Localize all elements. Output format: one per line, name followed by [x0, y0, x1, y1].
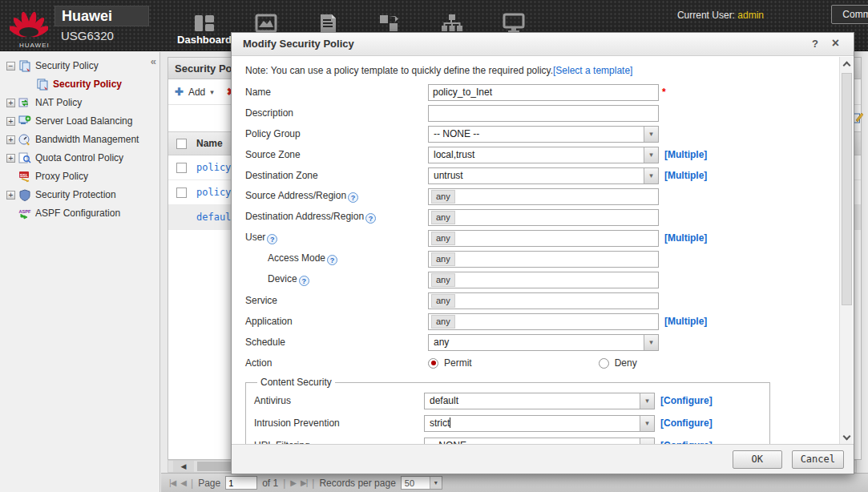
- huawei-logo-caption: HUAWEI: [19, 42, 50, 49]
- service-input[interactable]: any: [428, 292, 659, 309]
- sidebar-item-label: Quota Control Policy: [35, 152, 123, 163]
- help-icon[interactable]: ?: [327, 255, 337, 265]
- dropdown-arrow-icon[interactable]: ▾: [640, 416, 654, 431]
- application-multiple-link[interactable]: [Multiple]: [664, 316, 707, 327]
- description-row: Description: [245, 103, 830, 123]
- intrusion-prevention-configure-link[interactable]: [Configure]: [660, 417, 713, 429]
- device-input[interactable]: any: [428, 272, 659, 288]
- url-filtering-select[interactable]: -- NONE -- ▾: [424, 438, 655, 445]
- sidebar-item-server-load-balancing[interactable]: +Server Load Balancing: [0, 112, 159, 131]
- user-input[interactable]: any: [428, 230, 659, 247]
- scroll-down-icon[interactable]: [840, 430, 854, 445]
- next-page-icon[interactable]: ▶: [290, 478, 296, 487]
- last-page-icon[interactable]: ▶|: [301, 478, 307, 487]
- cancel-button[interactable]: Cancel: [792, 450, 844, 469]
- intrusion-prevention-select[interactable]: strict ▾: [424, 415, 655, 432]
- huawei-logo: [10, 5, 48, 46]
- ok-button[interactable]: OK: [733, 450, 782, 469]
- access-mode-input[interactable]: any: [428, 251, 659, 268]
- page-number-input[interactable]: [225, 476, 257, 490]
- application-input[interactable]: any: [428, 313, 659, 330]
- dialog-vertical-scrollbar[interactable]: [839, 57, 853, 445]
- row-checkbox-placeholder: [176, 212, 187, 223]
- permit-radio[interactable]: Permit: [428, 357, 472, 369]
- schedule-label: Schedule: [245, 337, 428, 348]
- source-zone-multiple-link[interactable]: [Multiple]: [664, 149, 707, 160]
- device-row: Device? any: [245, 269, 830, 290]
- row-checkbox[interactable]: [176, 163, 187, 173]
- sidebar-item-label: Proxy Policy: [35, 171, 88, 182]
- destination-zone-multiple-link[interactable]: [Multiple]: [664, 170, 707, 181]
- expand-plus-icon[interactable]: +: [6, 99, 15, 107]
- content-security-legend: Content Security: [257, 377, 335, 388]
- sidebar-item-proxy-policy[interactable]: SSLProxy Policy: [0, 167, 159, 186]
- sidebar-item-quota-control-policy[interactable]: +Quota Control Policy: [0, 149, 159, 167]
- dropdown-arrow-icon[interactable]: ▾: [644, 127, 658, 142]
- modify-security-policy-dialog: Modify Security Policy ? × Note: You can…: [231, 32, 854, 474]
- description-input[interactable]: [428, 105, 659, 122]
- separator: |: [283, 478, 285, 489]
- intrusion-prevention-label: Intrusion Prevention: [254, 417, 424, 429]
- sidebar-item-security-policy-child[interactable]: Security Policy: [0, 75, 159, 94]
- device-label: Device?: [245, 273, 428, 286]
- required-asterisk: *: [662, 87, 666, 98]
- antivirus-configure-link[interactable]: [Configure]: [660, 395, 713, 406]
- sidebar-item-security-policy[interactable]: −Security Policy: [0, 57, 159, 75]
- select-all-checkbox[interactable]: [176, 139, 187, 149]
- dashboard-icon[interactable]: [192, 13, 216, 34]
- schedule-select[interactable]: any ▾: [428, 334, 659, 351]
- dialog-help-icon[interactable]: ?: [812, 38, 818, 50]
- destination-zone-select[interactable]: untrust ▾: [428, 167, 659, 184]
- help-icon[interactable]: ?: [348, 192, 358, 203]
- source-zone-select[interactable]: local,trust ▾: [428, 147, 659, 163]
- row-checkbox[interactable]: [176, 188, 187, 198]
- sidebar-item-bandwidth-management[interactable]: +Bandwidth Management: [0, 131, 159, 149]
- server-load-balancing-icon: [18, 115, 31, 127]
- help-icon[interactable]: ?: [365, 213, 376, 224]
- scroll-up-icon[interactable]: [840, 57, 854, 71]
- dropdown-arrow-icon[interactable]: ▾: [644, 335, 658, 350]
- add-button[interactable]: Add: [188, 87, 205, 98]
- any-chip: any: [431, 315, 455, 329]
- expand-plus-icon[interactable]: +: [6, 135, 15, 144]
- expand-plus-icon[interactable]: +: [6, 117, 15, 126]
- sidebar-item-nat-policy[interactable]: +NAT Policy: [0, 94, 159, 112]
- antivirus-row: Antivirus default ▾ [Configure]: [254, 389, 769, 412]
- sidebar-item-aspf-configuration[interactable]: ASPFASPF Configuration: [0, 204, 159, 223]
- collapse-expander-icon[interactable]: −: [6, 62, 15, 71]
- destination-address-input[interactable]: any: [428, 209, 659, 226]
- name-input[interactable]: [428, 84, 659, 101]
- system-monitor-icon[interactable]: [502, 13, 526, 34]
- records-per-page-select[interactable]: 50 ▾: [401, 476, 442, 490]
- source-address-input[interactable]: any: [428, 188, 659, 205]
- prev-page-icon[interactable]: ◀: [180, 478, 186, 487]
- commit-button[interactable]: Commit: [831, 5, 868, 24]
- object-flow-icon[interactable]: [377, 13, 402, 34]
- dropdown-arrow-icon[interactable]: ▾: [430, 477, 442, 489]
- help-icon[interactable]: ?: [267, 234, 277, 244]
- scrollbar-thumb[interactable]: [842, 73, 852, 305]
- sidebar-item-security-protection[interactable]: +Security Protection: [0, 186, 159, 204]
- dropdown-arrow-icon[interactable]: ▾: [640, 438, 654, 445]
- expand-plus-icon[interactable]: +: [6, 154, 15, 163]
- add-dropdown-caret-icon[interactable]: ▾: [210, 88, 214, 96]
- dropdown-arrow-icon[interactable]: ▾: [644, 147, 658, 163]
- add-plus-icon[interactable]: ✚: [175, 86, 184, 98]
- user-multiple-link[interactable]: [Multiple]: [664, 232, 707, 244]
- panel-monitor-icon[interactable]: [254, 13, 278, 34]
- select-template-link[interactable]: [Select a template]: [553, 65, 632, 76]
- dropdown-arrow-icon[interactable]: ▾: [640, 393, 654, 409]
- radio-unselected-icon: [599, 358, 609, 369]
- antivirus-select[interactable]: default ▾: [424, 393, 655, 409]
- shield-icon: [18, 189, 31, 201]
- expand-plus-icon[interactable]: +: [6, 191, 15, 200]
- policy-group-select[interactable]: -- NONE -- ▾: [428, 126, 659, 143]
- network-topology-icon[interactable]: [439, 13, 463, 34]
- help-icon[interactable]: ?: [299, 276, 309, 286]
- policy-document-icon[interactable]: [316, 13, 340, 34]
- deny-radio[interactable]: Deny: [599, 357, 637, 369]
- dialog-close-icon[interactable]: ×: [832, 36, 839, 50]
- scroll-left-icon[interactable]: ◀: [173, 461, 194, 472]
- dropdown-arrow-icon[interactable]: ▾: [644, 168, 658, 183]
- first-page-icon[interactable]: |◀: [169, 478, 176, 487]
